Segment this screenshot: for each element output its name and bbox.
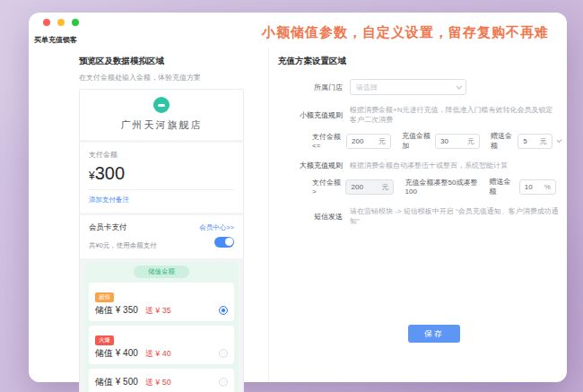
large-pay-input: 200元 — [345, 179, 394, 195]
add-note-link[interactable]: 添加支付备注 — [89, 196, 234, 205]
option-amount: 储值 ¥ 350 — [95, 304, 138, 317]
option-amount: 储值 ¥ 400 — [95, 347, 138, 360]
stored-option-2[interactable]: 火爆 储值 ¥ 400 送 ¥ 40 — [89, 326, 234, 364]
small-recharge-input[interactable]: 30元 — [435, 134, 480, 149]
sms-label: 短信发送 — [278, 212, 350, 222]
minimize-icon[interactable] — [57, 19, 65, 26]
close-icon[interactable] — [43, 19, 50, 26]
store-name: 广州天河旗舰店 — [80, 118, 243, 132]
member-card-section: 会员卡支付 会员中心>> 共¥0元，使用余额支付 — [80, 215, 243, 258]
large-rule-desc: 根据消费金额自动凑整伍十或整百，系统智能计算 — [350, 161, 508, 170]
store-select-label: 所属门店 — [278, 83, 350, 92]
currency-symbol: ¥ — [89, 170, 95, 182]
promo-banner: 小额储值参数，自定义设置，留存复购不再难 — [262, 24, 549, 41]
maximize-icon[interactable] — [72, 19, 79, 26]
traffic-lights — [43, 19, 79, 26]
pay-amount-value: 300 — [95, 163, 125, 183]
small-gift-label: 赠送金额 — [491, 131, 514, 151]
settings-pane: 充值方案设置区域 所属门店 请选择 小额充值规则 根据消费金额+N元进行充值，降… — [269, 48, 567, 382]
large-rule-label: 大额充值规则 — [278, 161, 350, 170]
main-content: 预览区及数据模拟区域 在支付金额处输入金额，体验充值方案 广州天河旗舰店 支付金… — [29, 48, 567, 382]
option-gift: 送 ¥ 40 — [145, 348, 171, 360]
settings-form: 所属门店 请选择 小额充值规则 根据消费金额+N元进行充值，降低准入门槛有效转化… — [278, 79, 560, 226]
balance-text: 共¥0元，使用余额支付 — [89, 241, 157, 250]
large-gift-input[interactable]: 10% — [519, 179, 556, 195]
radio-icon[interactable] — [219, 349, 228, 358]
option-amount: 储值 ¥ 500 — [95, 376, 138, 388]
radio-selected-icon[interactable] — [219, 306, 228, 315]
stored-value-pill: 储值金额 — [134, 266, 189, 278]
pay-amount-section: 支付金额 ¥300 添加支付备注 — [80, 143, 243, 213]
pay-amount-input[interactable]: ¥300 — [89, 163, 234, 190]
member-pay-label: 会员卡支付 — [89, 222, 127, 233]
small-pay-input[interactable]: 200元 — [346, 134, 391, 149]
small-pay-label: 支付金额<= — [312, 132, 343, 150]
store-header: 广州天河旗舰店 — [80, 90, 243, 140]
save-button[interactable]: 保存 — [408, 325, 460, 343]
option-gift: 送 ¥ 50 — [145, 377, 171, 388]
app-title: 买单充值锁客 — [34, 35, 77, 45]
large-gift-label: 赠送金额 — [490, 177, 516, 196]
chevron-down-icon[interactable] — [556, 136, 562, 143]
value-badge: 超值 — [95, 292, 114, 302]
app-window: 买单充值锁客 小额储值参数，自定义设置，留存复购不再难 预览区及数据模拟区域 在… — [29, 13, 567, 382]
store-logo-icon — [153, 97, 170, 113]
preview-subtitle: 在支付金额处输入金额，体验充值方案 — [79, 73, 268, 83]
settings-title: 充值方案设置区域 — [278, 56, 560, 67]
stored-option-3[interactable]: 储值 ¥ 500 送 ¥ 50 — [89, 369, 234, 392]
stored-option-1[interactable]: 超值 储值 ¥ 350 送 ¥ 35 — [89, 283, 234, 321]
stored-value-box: 储值金额 超值 储值 ¥ 350 送 ¥ 35 火爆 储值 ¥ 400 — [84, 262, 239, 392]
chevron-down-icon — [456, 83, 462, 89]
member-center-link[interactable]: 会员中心>> — [199, 223, 234, 232]
option-gift: 送 ¥ 35 — [145, 305, 171, 317]
small-recharge-label: 充值金额加 — [402, 131, 431, 151]
preview-title: 预览区及数据模拟区域 — [79, 56, 268, 67]
hot-badge: 火爆 — [95, 335, 114, 345]
store-select-placeholder: 请选择 — [356, 83, 378, 92]
store-select[interactable]: 请选择 — [350, 79, 466, 95]
large-pay-label: 支付金额> — [312, 178, 342, 196]
preview-pane: 预览区及数据模拟区域 在支付金额处输入金额，体验充值方案 广州天河旗舰店 支付金… — [29, 48, 269, 382]
sms-text: 请在营销模块 -> 短信模板中开启 “会员充值通知、客户消费成功通知” — [350, 206, 560, 226]
pay-amount-label: 支付金额 — [89, 150, 234, 160]
radio-icon[interactable] — [219, 378, 228, 387]
balance-toggle[interactable] — [214, 237, 234, 248]
small-gift-input[interactable]: 5元 — [518, 134, 552, 149]
phone-mockup: 广州天河旗舰店 支付金额 ¥300 添加支付备注 会员卡支付 会员中心>> 共 — [79, 89, 244, 392]
large-round-text: 充值金额凑整50或凑整100 — [405, 178, 482, 196]
small-rule-desc: 根据消费金额+N元进行充值，降低准入门槛有效转化会员及锁定客户二次消费 — [350, 105, 560, 125]
titlebar: 买单充值锁客 小额储值参数，自定义设置，留存复购不再难 — [29, 13, 567, 48]
small-rule-label: 小额充值规则 — [278, 110, 350, 120]
